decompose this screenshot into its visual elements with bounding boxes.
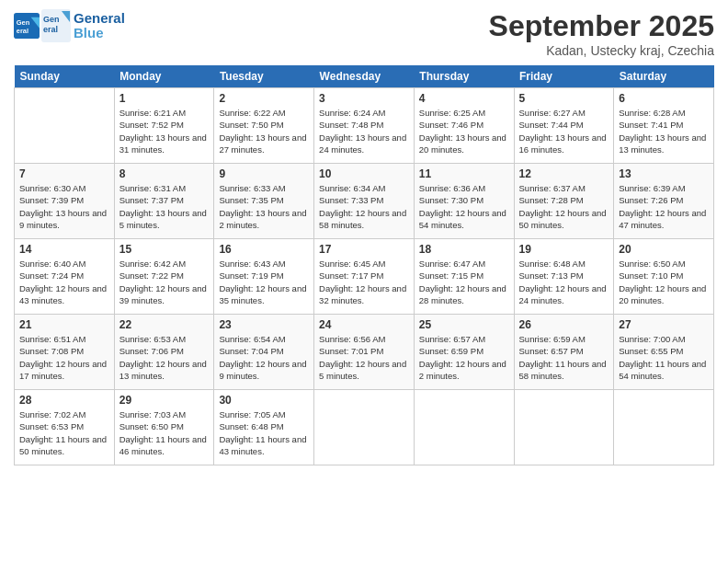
day-info: Sunrise: 6:28 AMSunset: 7:41 PMDaylight:… xyxy=(619,107,709,155)
day-header-thursday: Thursday xyxy=(414,65,514,88)
calendar-cell: 15Sunrise: 6:42 AMSunset: 7:22 PMDayligh… xyxy=(114,239,214,315)
calendar-cell: 12Sunrise: 6:37 AMSunset: 7:28 PMDayligh… xyxy=(514,164,614,239)
week-row-3: 14Sunrise: 6:40 AMSunset: 7:24 PMDayligh… xyxy=(15,239,714,315)
day-info: Sunrise: 7:00 AMSunset: 6:55 PMDaylight:… xyxy=(619,333,709,382)
day-number: 24 xyxy=(319,318,409,331)
calendar-cell: 27Sunrise: 7:00 AMSunset: 6:55 PMDayligh… xyxy=(614,315,714,390)
day-info: Sunrise: 6:27 AMSunset: 7:44 PMDaylight:… xyxy=(519,107,609,155)
week-row-5: 28Sunrise: 7:02 AMSunset: 6:53 PMDayligh… xyxy=(15,390,714,465)
generalblue-logo-svg: Gen eral xyxy=(41,9,71,42)
day-info: Sunrise: 6:50 AMSunset: 7:10 PMDaylight:… xyxy=(619,258,709,306)
calendar-cell: 2Sunrise: 6:22 AMSunset: 7:50 PMDaylight… xyxy=(214,88,314,164)
day-info: Sunrise: 6:57 AMSunset: 6:59 PMDaylight:… xyxy=(419,333,509,382)
day-number: 15 xyxy=(119,243,210,256)
day-number: 13 xyxy=(619,167,709,180)
day-header-sunday: Sunday xyxy=(15,65,115,88)
week-row-2: 7Sunrise: 6:30 AMSunset: 7:39 PMDaylight… xyxy=(15,164,714,239)
day-number: 26 xyxy=(519,318,609,331)
day-info: Sunrise: 6:43 AMSunset: 7:19 PMDaylight:… xyxy=(219,258,309,306)
calendar-cell: 1Sunrise: 6:21 AMSunset: 7:52 PMDaylight… xyxy=(114,88,214,164)
calendar-cell: 4Sunrise: 6:25 AMSunset: 7:46 PMDaylight… xyxy=(414,88,514,164)
calendar-cell: 16Sunrise: 6:43 AMSunset: 7:19 PMDayligh… xyxy=(214,239,314,315)
day-info: Sunrise: 6:39 AMSunset: 7:26 PMDaylight:… xyxy=(619,182,709,231)
day-info: Sunrise: 6:22 AMSunset: 7:50 PMDaylight:… xyxy=(219,107,309,155)
svg-text:Gen: Gen xyxy=(17,18,30,27)
day-number: 11 xyxy=(419,167,509,180)
day-info: Sunrise: 6:42 AMSunset: 7:22 PMDaylight:… xyxy=(119,258,210,306)
calendar-cell: 19Sunrise: 6:48 AMSunset: 7:13 PMDayligh… xyxy=(514,239,614,315)
day-number: 2 xyxy=(219,92,309,105)
calendar-cell xyxy=(414,390,514,465)
day-header-friday: Friday xyxy=(514,65,614,88)
week-row-4: 21Sunrise: 6:51 AMSunset: 7:08 PMDayligh… xyxy=(15,315,714,390)
calendar-cell xyxy=(514,390,614,465)
svg-text:Gen: Gen xyxy=(43,15,60,24)
calendar-cell: 28Sunrise: 7:02 AMSunset: 6:53 PMDayligh… xyxy=(15,390,115,465)
days-of-week-row: SundayMondayTuesdayWednesdayThursdayFrid… xyxy=(15,65,714,88)
day-info: Sunrise: 6:45 AMSunset: 7:17 PMDaylight:… xyxy=(319,258,409,306)
day-number: 27 xyxy=(619,318,709,331)
day-header-tuesday: Tuesday xyxy=(214,65,314,88)
day-number: 21 xyxy=(19,318,109,331)
svg-text:eral: eral xyxy=(43,25,58,34)
day-number: 5 xyxy=(519,92,609,105)
day-number: 17 xyxy=(319,243,409,256)
calendar-cell xyxy=(614,390,714,465)
calendar-page: Gen eral Gen eral General Blue xyxy=(0,0,728,563)
calendar-cell: 13Sunrise: 6:39 AMSunset: 7:26 PMDayligh… xyxy=(614,164,714,239)
day-info: Sunrise: 7:03 AMSunset: 6:50 PMDaylight:… xyxy=(119,408,210,457)
calendar-cell: 14Sunrise: 6:40 AMSunset: 7:24 PMDayligh… xyxy=(15,239,115,315)
day-info: Sunrise: 6:56 AMSunset: 7:01 PMDaylight:… xyxy=(319,333,409,382)
day-info: Sunrise: 6:47 AMSunset: 7:15 PMDaylight:… xyxy=(419,258,509,306)
day-info: Sunrise: 6:36 AMSunset: 7:30 PMDaylight:… xyxy=(419,182,509,231)
day-info: Sunrise: 6:30 AMSunset: 7:39 PMDaylight:… xyxy=(19,182,109,231)
calendar-cell: 29Sunrise: 7:03 AMSunset: 6:50 PMDayligh… xyxy=(114,390,214,465)
calendar-cell: 21Sunrise: 6:51 AMSunset: 7:08 PMDayligh… xyxy=(15,315,115,390)
calendar-cell: 5Sunrise: 6:27 AMSunset: 7:44 PMDaylight… xyxy=(514,88,614,164)
day-info: Sunrise: 6:21 AMSunset: 7:52 PMDaylight:… xyxy=(119,107,210,155)
day-info: Sunrise: 7:02 AMSunset: 6:53 PMDaylight:… xyxy=(19,408,109,457)
day-header-wednesday: Wednesday xyxy=(314,65,415,88)
day-number: 23 xyxy=(219,318,309,331)
calendar-cell xyxy=(314,390,415,465)
day-number: 22 xyxy=(119,318,210,331)
day-number: 20 xyxy=(619,243,709,256)
day-number: 6 xyxy=(619,92,709,105)
day-info: Sunrise: 6:51 AMSunset: 7:08 PMDaylight:… xyxy=(19,333,109,382)
calendar-cell: 26Sunrise: 6:59 AMSunset: 6:57 PMDayligh… xyxy=(514,315,614,390)
day-info: Sunrise: 6:31 AMSunset: 7:37 PMDaylight:… xyxy=(119,182,210,231)
calendar-header: SundayMondayTuesdayWednesdayThursdayFrid… xyxy=(15,65,714,88)
day-number: 9 xyxy=(219,167,309,180)
day-info: Sunrise: 6:40 AMSunset: 7:24 PMDaylight:… xyxy=(19,258,109,306)
location: Kadan, Ustecky kraj, Czechia xyxy=(489,43,714,58)
week-row-1: 1Sunrise: 6:21 AMSunset: 7:52 PMDaylight… xyxy=(15,88,714,164)
title-block: September 2025 Kadan, Ustecky kraj, Czec… xyxy=(489,9,714,58)
calendar-cell: 3Sunrise: 6:24 AMSunset: 7:48 PMDaylight… xyxy=(314,88,415,164)
day-header-monday: Monday xyxy=(114,65,214,88)
calendar-cell xyxy=(15,88,115,164)
day-number: 7 xyxy=(19,167,109,180)
day-info: Sunrise: 6:53 AMSunset: 7:06 PMDaylight:… xyxy=(119,333,210,382)
day-number: 4 xyxy=(419,92,509,105)
calendar-cell: 25Sunrise: 6:57 AMSunset: 6:59 PMDayligh… xyxy=(414,315,514,390)
calendar-cell: 30Sunrise: 7:05 AMSunset: 6:48 PMDayligh… xyxy=(214,390,314,465)
calendar-cell: 9Sunrise: 6:33 AMSunset: 7:35 PMDaylight… xyxy=(214,164,314,239)
calendar-cell: 7Sunrise: 6:30 AMSunset: 7:39 PMDaylight… xyxy=(15,164,115,239)
day-info: Sunrise: 6:37 AMSunset: 7:28 PMDaylight:… xyxy=(519,182,609,231)
logo-general: General xyxy=(74,11,125,27)
svg-text:eral: eral xyxy=(17,27,28,35)
header: Gen eral Gen eral General Blue xyxy=(14,9,714,58)
day-info: Sunrise: 6:48 AMSunset: 7:13 PMDaylight:… xyxy=(519,258,609,306)
day-number: 8 xyxy=(119,167,210,180)
logo: Gen eral Gen eral General Blue xyxy=(14,9,125,42)
day-number: 28 xyxy=(19,394,109,407)
day-info: Sunrise: 6:24 AMSunset: 7:48 PMDaylight:… xyxy=(319,107,409,155)
logo-text-block: Gen eral General Blue xyxy=(41,9,125,42)
calendar-cell: 22Sunrise: 6:53 AMSunset: 7:06 PMDayligh… xyxy=(114,315,214,390)
day-info: Sunrise: 7:05 AMSunset: 6:48 PMDaylight:… xyxy=(219,408,309,457)
day-number: 1 xyxy=(119,92,210,105)
day-number: 18 xyxy=(419,243,509,256)
logo-blue: Blue xyxy=(74,26,125,41)
day-number: 25 xyxy=(419,318,509,331)
day-number: 3 xyxy=(319,92,409,105)
